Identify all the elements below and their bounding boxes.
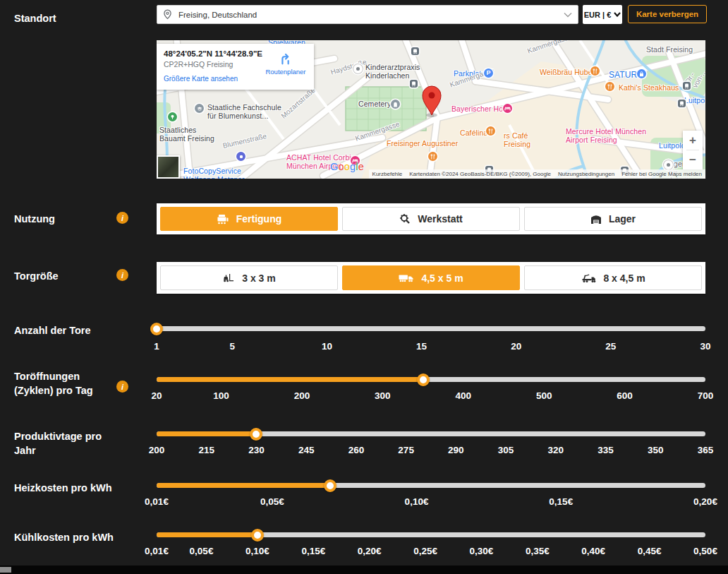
- kuehlkosten-tick: 0,15€: [301, 546, 325, 556]
- heizkosten-slider-track[interactable]: [157, 483, 705, 488]
- map-poi-restaurant-icon: [590, 66, 600, 76]
- anzahl-der-tore-label: Anzahl der Tore: [14, 323, 138, 337]
- zoom-in-button[interactable]: +: [683, 131, 703, 150]
- map-label-bayerischer-hof: Bayerischer Hof: [451, 105, 505, 114]
- map-poi-restaurant-icon: [486, 126, 495, 136]
- produktivtage-tick: 290: [448, 445, 464, 455]
- toroeffnungen-tick: 600: [617, 390, 633, 401]
- gate-size-option-4-5-x-5-m[interactable]: 4,5 x 5 m: [342, 265, 520, 290]
- kuehlkosten-tick: 0,01€: [145, 546, 169, 556]
- location-search[interactable]: [157, 5, 578, 24]
- produktivtage-tick-labels: 200215230245260275290305320335350365: [157, 445, 705, 456]
- map-poi-school-icon: [195, 104, 204, 113]
- usage-option-label: Lager: [609, 213, 636, 225]
- map-data-text: Kartendaten ©2024 GeoBasis-DE/BKG (©2009…: [409, 171, 551, 177]
- search-chevron-down-icon[interactable]: [564, 12, 572, 18]
- produktivtage-tick: 320: [548, 445, 564, 455]
- produktivtage-slider-track[interactable]: [157, 431, 705, 436]
- heizkosten-slider-thumb[interactable]: [324, 479, 336, 492]
- location-pin-icon: [163, 9, 172, 20]
- kuehlkosten-slider-thumb[interactable]: [251, 529, 264, 542]
- usage-option-fertigung[interactable]: Fertigung: [160, 207, 338, 231]
- toroeffnungen-slider-thumb[interactable]: [417, 373, 430, 386]
- produktivtage-tick: 365: [698, 445, 714, 455]
- produktivtage-tick: 200: [149, 445, 165, 455]
- anzahl-der-tore-slider-thumb[interactable]: [150, 323, 163, 335]
- terms-link[interactable]: Nutzungsbedingungen: [558, 171, 614, 177]
- scrollbar-thumb[interactable]: [0, 567, 11, 573]
- toroeffnungen-tick: 200: [294, 390, 310, 401]
- gate-size-option-label: 3 x 3 m: [242, 273, 275, 284]
- currency-select[interactable]: EUR | €: [583, 5, 622, 24]
- usage-option-label: Fertigung: [236, 213, 282, 225]
- anzahl-der-tore-tick: 5: [230, 341, 236, 352]
- report-link[interactable]: Fehler bei Google Maps melden: [621, 171, 702, 177]
- map-poi-shopping-icon: [637, 69, 646, 78]
- directions-link[interactable]: Routenplaner: [265, 49, 307, 84]
- produktivtage-slider-fill: [157, 431, 256, 436]
- google-logo[interactable]: Google: [330, 161, 364, 172]
- toroeffnungen-tick: 700: [698, 390, 714, 401]
- hide-map-button[interactable]: Karte verbergen: [628, 5, 707, 23]
- map-label-freisinger-augustiner: Freisinger Augustiner: [387, 140, 458, 148]
- usage-option-werkstatt[interactable]: Werkstatt: [342, 207, 520, 231]
- kuehlkosten-slider-fill: [157, 532, 257, 537]
- map-poi-restaurant-icon: [428, 152, 437, 161]
- map-poi-transit-icon: [411, 47, 419, 55]
- produktivtage-tick: 230: [248, 445, 265, 455]
- toroeffnungen-tick: 300: [375, 390, 391, 401]
- map-label-caf-lina: Cafélina: [460, 129, 487, 138]
- toroeffnungen-info-icon[interactable]: i: [116, 381, 128, 393]
- usage-option-lager[interactable]: Lager: [524, 207, 702, 231]
- torgroesse-label: Torgröße: [14, 269, 59, 283]
- currency-value: EUR | €: [584, 11, 612, 19]
- map-info-card: 48°24'05.2"N 11°44'28.9"E CP2R+HGQ Freis…: [157, 44, 314, 90]
- torgroesse-info-icon[interactable]: i: [116, 269, 128, 281]
- map-label-kinderarztpraxis: Kinderarztpraxis Kinderlachen: [365, 64, 420, 80]
- anzahl-der-tore-tick: 1: [154, 341, 159, 352]
- zoom-out-button[interactable]: −: [683, 150, 703, 169]
- map-label-kathi-s-steakhaus: Kathi's Steakhaus: [619, 84, 679, 92]
- larger-map-link[interactable]: Größere Karte ansehen: [164, 75, 238, 83]
- heizkosten-slider-fill: [157, 483, 330, 488]
- heizkosten-label: Heizkosten pro kWh: [14, 481, 138, 495]
- forklift-icon: [222, 273, 235, 283]
- shortcuts-link[interactable]: Kurzbefehle: [372, 171, 403, 177]
- heizkosten-tick: 0,05€: [260, 496, 284, 507]
- produktivtage-tick: 305: [498, 445, 514, 455]
- map-poi-generic-icon: [353, 64, 363, 73]
- gate-size-option-8-x-4-5-m[interactable]: 8 x 4,5 m: [524, 265, 702, 290]
- produktivtage-tick: 245: [298, 445, 315, 455]
- anzahl-der-tore-tick-labels: 151015202530: [157, 341, 705, 352]
- produktivtage-tick: 215: [198, 445, 214, 455]
- toroeffnungen-tick: 400: [455, 390, 471, 401]
- map-label-mercure-hotel-münchen: Mercure Hotel München Airport Freising: [566, 128, 646, 144]
- map-coordinates: 48°24'05.2"N 11°44'28.9"E: [164, 49, 265, 58]
- kuehlkosten-tick: 0,35€: [526, 546, 550, 556]
- kuehlkosten-slider-track[interactable]: [157, 532, 705, 537]
- anzahl-der-tore-slider-track[interactable]: [157, 326, 705, 331]
- produktivtage-label: Produktivtage pro Jahr: [14, 429, 138, 458]
- satellite-preview-thumbnail[interactable]: [157, 155, 180, 179]
- map-label-stadt-freising: Stadt Freising: [646, 46, 693, 54]
- gate-size-option-label: 8 x 4,5 m: [603, 273, 645, 284]
- toroeffnungen-tick: 500: [536, 390, 552, 401]
- map-poi-generic-icon: [664, 160, 673, 169]
- anzahl-der-tore-tick: 10: [322, 341, 332, 352]
- gate-size-option-3-x-3-m[interactable]: 3 x 3 m: [160, 265, 338, 290]
- toroeffnungen-tick: 100: [213, 390, 229, 401]
- nutzung-info-icon[interactable]: i: [116, 212, 128, 224]
- production-machine-icon: [217, 214, 229, 225]
- search-input[interactable]: [177, 10, 559, 20]
- produktivtage-slider-thumb[interactable]: [250, 428, 262, 441]
- nutzung-label: Nutzung: [14, 212, 55, 226]
- map-poi-park-icon: [168, 112, 177, 121]
- anzahl-der-tore-tick: 20: [511, 341, 521, 352]
- anzahl-der-tore-tick: 25: [605, 341, 616, 352]
- kuehlkosten-tick: 0,50€: [693, 546, 717, 556]
- toroeffnungen-slider-track[interactable]: [157, 377, 705, 382]
- google-map[interactable]: Spielwaren...Stadt FreisingKammergasseKi…: [157, 40, 705, 179]
- toroeffnungen-tick-labels: 20100200300400500600700: [157, 390, 705, 402]
- kuehlkosten-tick: 0,40€: [581, 546, 605, 556]
- heizkosten-tick: 0,20€: [693, 496, 717, 507]
